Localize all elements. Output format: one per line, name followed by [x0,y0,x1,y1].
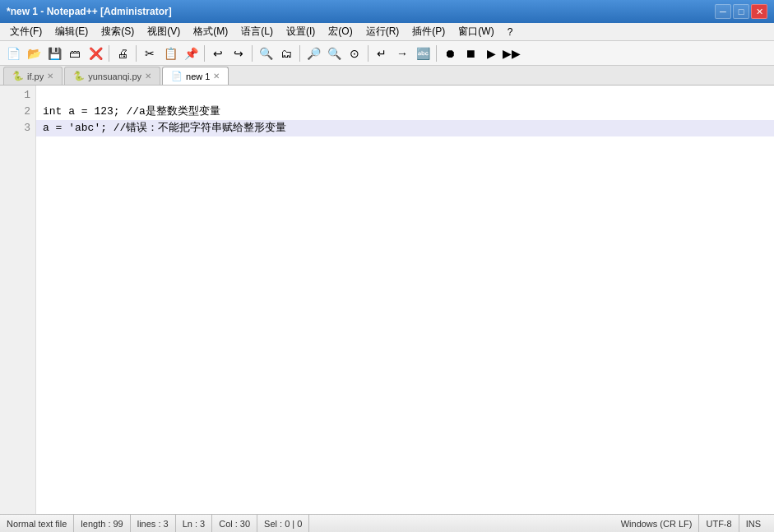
menu-bar: 文件(F) 编辑(E) 搜索(S) 视图(V) 格式(M) 语言(L) 设置(I… [0,23,774,41]
length-text: length : 99 [81,519,123,529]
status-ins: INS [739,515,767,532]
undo-button[interactable]: ↩ [208,44,228,63]
separator-1 [109,45,109,62]
tab-label-2: new 1 [186,72,210,81]
copy-button[interactable]: 📋 [160,44,180,63]
separator-5 [299,45,300,62]
menu-view[interactable]: 视图(V) [141,23,187,40]
find-button[interactable]: 🔍 [256,44,276,63]
col-text: Col : 30 [219,519,250,529]
separator-7 [436,45,437,62]
code-line-1 [36,87,774,104]
line-number-1: 1 [0,87,30,104]
redo-button[interactable]: ↪ [229,44,248,63]
tab-label-0: if.py [27,72,44,81]
encoding-text: UTF-8 [706,519,731,529]
menu-edit[interactable]: 编辑(E) [49,23,95,40]
zoom-in-button[interactable]: 🔎 [304,44,323,63]
tab-close-2[interactable]: ✕ [213,72,220,81]
menu-run[interactable]: 运行(R) [359,23,406,40]
separator-3 [204,45,205,62]
separator-4 [252,45,253,62]
status-ln: Ln : 3 [176,515,213,532]
zoom-out-button[interactable]: 🔍 [324,44,344,63]
title-text: *new 1 - Notepad++ [Administrator] [7,6,172,17]
title-bar: *new 1 - Notepad++ [Administrator] ✕ [0,0,774,23]
tab-close-1[interactable]: ✕ [145,72,151,81]
find-in-files-button[interactable]: 🗂 [276,44,296,63]
cut-button[interactable]: ✂ [140,44,160,63]
stop-record-button[interactable]: ⏹ [461,44,480,63]
run-macro-button[interactable]: ▶▶ [502,44,521,63]
status-col: Col : 30 [212,515,257,532]
status-filetype: Normal text file [7,515,74,532]
status-sel: Sel : 0 | 0 [257,515,309,532]
syntax-button[interactable]: 🔤 [413,44,433,63]
line-number-3: 3 [0,120,30,136]
editor-content[interactable]: int a = 123; //a是整数类型变量 a = 'abc'; //错误：… [36,86,774,514]
menu-help[interactable]: ? [501,25,520,39]
close-button[interactable]: ✕ [751,4,767,19]
line-numbers: 1 2 3 [0,86,36,514]
lines-text: lines : 3 [137,519,169,529]
status-bar: Normal text file length : 99 lines : 3 L… [0,514,774,532]
filetype-text: Normal text file [7,519,67,529]
tab-label-1: yunsuanqi.py [88,72,141,81]
sel-text: Sel : 0 | 0 [264,519,302,529]
print-button[interactable]: 🖨 [113,44,132,63]
tab-icon-1: 🐍 [73,71,85,81]
tab-close-0[interactable]: ✕ [47,72,53,81]
save-button[interactable]: 💾 [44,44,64,63]
save-all-button[interactable]: 🗃 [65,44,85,63]
tab-new1[interactable]: 📄 new 1 ✕ [162,67,229,85]
close-button2[interactable]: ❌ [86,44,105,63]
menu-format[interactable]: 格式(M) [187,23,234,40]
separator-6 [368,45,368,62]
menu-language[interactable]: 语言(L) [234,23,280,40]
indent-button[interactable]: → [392,44,412,63]
separator-2 [136,45,137,62]
ln-text: Ln : 3 [183,519,206,529]
play-macro-button[interactable]: ▶ [481,44,501,63]
tab-bar: 🐍 if.py ✕ 🐍 yunsuanqi.py ✕ 📄 new 1 ✕ [0,66,774,86]
minimize-button[interactable] [715,4,731,19]
tab-icon-0: 🐍 [12,71,24,81]
status-encoding: UTF-8 [699,515,739,532]
window-controls: ✕ [715,4,767,19]
toolbar: 📄 📂 💾 🗃 ❌ 🖨 ✂ 📋 📌 ↩ ↪ 🔍 🗂 🔎 🔍 ⊙ ↵ → 🔤 ⏺ … [0,41,774,66]
line-ending-text: Windows (CR LF) [621,519,693,529]
maximize-button[interactable] [733,4,749,19]
menu-macro[interactable]: 宏(O) [322,23,359,40]
ins-text: INS [746,519,761,529]
menu-window[interactable]: 窗口(W) [452,23,500,40]
record-button[interactable]: ⏺ [440,44,460,63]
status-length: length : 99 [74,515,130,532]
line-number-2: 2 [0,104,30,120]
wrap-button[interactable]: ↵ [372,44,392,63]
menu-search[interactable]: 搜索(S) [95,23,141,40]
code-line-3: a = 'abc'; //错误：不能把字符串赋给整形变量 [36,120,774,136]
menu-file[interactable]: 文件(F) [3,23,49,40]
code-line-2: int a = 123; //a是整数类型变量 [36,104,774,120]
status-line-ending: Windows (CR LF) [614,515,700,532]
paste-button[interactable]: 📌 [181,44,201,63]
menu-plugins[interactable]: 插件(P) [406,23,452,40]
tab-yunsuanqi-py[interactable]: 🐍 yunsuanqi.py ✕ [64,67,160,85]
tab-icon-2: 📄 [171,71,183,81]
tab-if-py[interactable]: 🐍 if.py ✕ [3,67,63,85]
menu-settings[interactable]: 设置(I) [280,23,322,40]
zoom-restore-button[interactable]: ⊙ [345,44,364,63]
open-button[interactable]: 📂 [24,44,44,63]
new-button[interactable]: 📄 [3,44,23,63]
status-lines: lines : 3 [131,515,176,532]
editor-container: 1 2 3 int a = 123; //a是整数类型变量 a = 'abc';… [0,86,774,514]
